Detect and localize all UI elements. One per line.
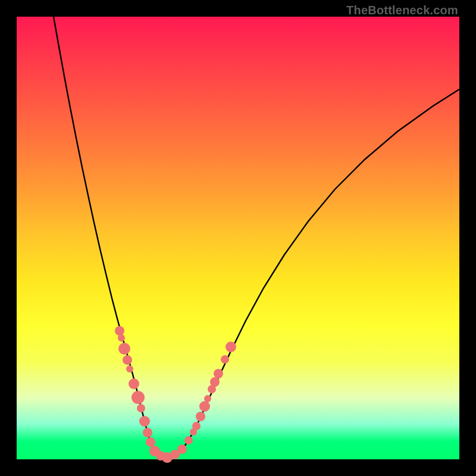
highlight-dot: [129, 378, 139, 389]
plot-area: [17, 17, 459, 459]
highlight-dot: [204, 395, 211, 402]
highlight-dot: [118, 343, 130, 355]
highlight-dot: [118, 334, 125, 342]
chart-frame: TheBottleneck.com: [0, 0, 476, 476]
highlight-dot: [126, 365, 133, 372]
highlight-dot: [196, 412, 205, 421]
highlight-dot: [123, 355, 132, 365]
highlight-dot: [184, 436, 193, 444]
highlight-dot: [139, 416, 150, 427]
highlight-dot: [115, 326, 124, 336]
highlight-dot: [143, 428, 152, 437]
highlight-dot: [221, 355, 229, 364]
highlight-dot: [146, 437, 155, 447]
right-branch-path: [183, 89, 459, 448]
watermark-text: TheBottleneck.com: [346, 4, 458, 17]
curve-svg: [17, 17, 459, 459]
highlight-dot: [192, 422, 201, 430]
highlight-dot: [131, 391, 145, 404]
highlight-dot: [226, 342, 236, 352]
highlight-dot: [177, 444, 187, 454]
highlight-dot: [210, 377, 220, 387]
highlight-dots-group: [115, 326, 236, 463]
highlight-dot: [137, 404, 145, 412]
highlight-dot: [214, 369, 223, 378]
highlight-dot: [199, 401, 210, 412]
